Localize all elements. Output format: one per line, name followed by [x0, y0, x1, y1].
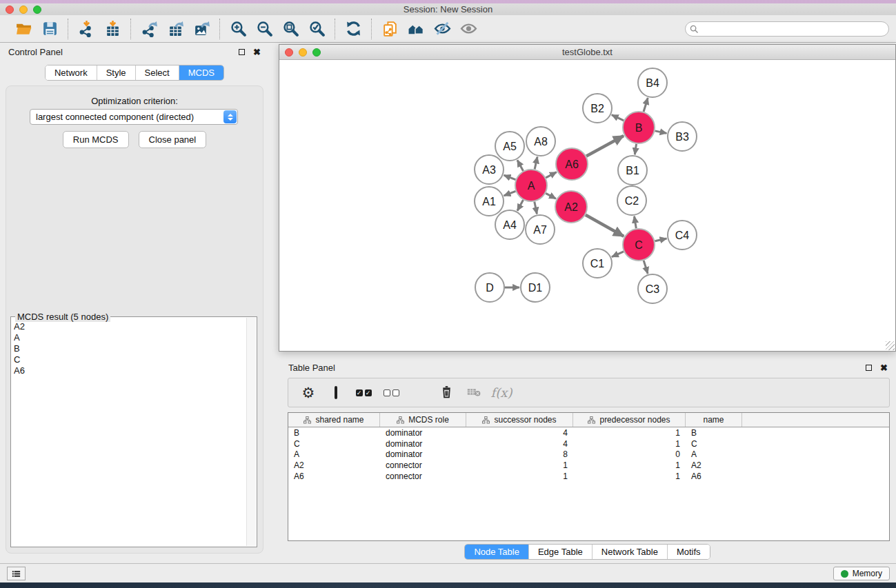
- add-column-button[interactable]: [407, 381, 430, 405]
- edge-A-A6[interactable]: [546, 172, 557, 178]
- edge-B-B3[interactable]: [655, 131, 667, 134]
- task-history-button[interactable]: [7, 567, 26, 580]
- mcds-result-item[interactable]: C: [14, 354, 246, 365]
- mcds-result-item[interactable]: B: [14, 343, 246, 354]
- table-row[interactable]: Adominator80A: [288, 449, 889, 460]
- delete-column-button[interactable]: [435, 381, 458, 405]
- node-A5[interactable]: A5: [495, 132, 524, 161]
- close-panel-icon[interactable]: ✖: [253, 48, 261, 57]
- edge-C-C4[interactable]: [655, 239, 666, 241]
- cell-predecessor-nodes[interactable]: 1: [573, 428, 686, 438]
- node-C4[interactable]: C4: [668, 221, 697, 250]
- cell-successor-nodes[interactable]: 8: [466, 449, 573, 459]
- refresh-layout-button[interactable]: [341, 18, 365, 40]
- node-D[interactable]: D: [475, 273, 504, 302]
- table-row[interactable]: Bdominator41B: [288, 427, 889, 438]
- node-A1[interactable]: A1: [475, 187, 504, 216]
- zoom-fit-button[interactable]: [279, 18, 302, 40]
- result-scrollbar[interactable]: [246, 318, 256, 546]
- node-C2[interactable]: C2: [617, 186, 646, 215]
- column-header-shared-name[interactable]: shared name: [288, 413, 380, 427]
- cell-name[interactable]: A6: [686, 472, 742, 481]
- search-input[interactable]: [701, 24, 888, 34]
- mcds-result-item[interactable]: A: [14, 332, 246, 343]
- node-A4[interactable]: A4: [495, 210, 524, 239]
- edge-B-B1[interactable]: [635, 144, 636, 154]
- cell-MCDS-role[interactable]: connector: [380, 460, 466, 470]
- node-B2[interactable]: B2: [583, 94, 612, 123]
- network-window-titlebar[interactable]: testGlobe.txt: [279, 45, 895, 60]
- home-view-button[interactable]: [404, 18, 428, 40]
- zoom-selected-button[interactable]: [305, 18, 328, 40]
- node-C[interactable]: C: [623, 229, 655, 261]
- mcds-result-item[interactable]: A6: [14, 365, 246, 376]
- edge-A-A4[interactable]: [517, 200, 524, 211]
- open-file-button[interactable]: [12, 18, 35, 40]
- edge-A-A5[interactable]: [517, 160, 524, 171]
- table-row[interactable]: A2connector11A2: [288, 460, 889, 471]
- cell-MCDS-role[interactable]: connector: [380, 472, 466, 481]
- mcds-result-list[interactable]: A2ABCA6: [14, 321, 246, 545]
- cell-predecessor-nodes[interactable]: 1: [573, 472, 686, 481]
- tab-select[interactable]: Select: [136, 65, 179, 80]
- cell-predecessor-nodes[interactable]: 1: [573, 460, 686, 470]
- node-C3[interactable]: C3: [638, 274, 667, 303]
- delete-table-button[interactable]: [462, 381, 486, 405]
- column-header-MCDS-role[interactable]: MCDS role: [380, 413, 466, 427]
- deselect-all-checkboxes-button[interactable]: [379, 381, 403, 405]
- show-eye-button[interactable]: [457, 18, 480, 40]
- edge-C-C2[interactable]: [635, 216, 637, 229]
- network-graph[interactable]: B4B2BB3A5A8A6A3AB1A1A2C2A4A7C4CC1DD1C3: [279, 60, 895, 351]
- cell-successor-nodes[interactable]: 4: [466, 428, 573, 438]
- import-table-button[interactable]: [101, 18, 124, 40]
- table-row[interactable]: A6connector11A6: [288, 471, 889, 482]
- cell-successor-nodes[interactable]: 1: [466, 460, 573, 470]
- tab-network[interactable]: Network: [46, 65, 97, 80]
- edge-B-B4[interactable]: [644, 98, 648, 112]
- cell-name[interactable]: C: [686, 439, 742, 449]
- tab-node-table[interactable]: Node Table: [465, 545, 529, 559]
- table-close-panel-icon[interactable]: ✖: [880, 363, 888, 372]
- select-all-checkboxes-button[interactable]: ✓✓: [352, 381, 375, 405]
- cell-MCDS-role[interactable]: dominator: [380, 439, 466, 449]
- edge-A-A2[interactable]: [546, 193, 556, 199]
- export-table-button[interactable]: [163, 18, 187, 40]
- cell-shared-name[interactable]: B: [288, 428, 380, 438]
- node-A6[interactable]: A6: [556, 148, 588, 180]
- duplicate-network-button[interactable]: [378, 18, 401, 40]
- node-A8[interactable]: A8: [526, 127, 555, 156]
- edge-A6-B[interactable]: [586, 136, 624, 156]
- column-header-successor-nodes[interactable]: successor nodes: [466, 413, 573, 427]
- float-panel-icon[interactable]: [239, 49, 245, 55]
- cell-MCDS-role[interactable]: dominator: [380, 449, 466, 459]
- cell-successor-nodes[interactable]: 1: [466, 472, 573, 481]
- tab-style[interactable]: Style: [97, 65, 136, 80]
- cell-shared-name[interactable]: C: [288, 439, 380, 449]
- export-image-button[interactable]: [190, 18, 213, 40]
- edge-A-A3[interactable]: [504, 175, 516, 179]
- node-A3[interactable]: A3: [475, 155, 504, 184]
- cell-MCDS-role[interactable]: dominator: [380, 428, 466, 438]
- cell-successor-nodes[interactable]: 4: [466, 439, 573, 449]
- mcds-result-item[interactable]: A2: [14, 321, 246, 332]
- node-B1[interactable]: B1: [618, 156, 647, 185]
- node-C1[interactable]: C1: [583, 249, 612, 278]
- node-D1[interactable]: D1: [521, 273, 550, 302]
- table-float-panel-icon[interactable]: [866, 365, 872, 371]
- save-session-button[interactable]: [38, 18, 61, 40]
- node-B[interactable]: B: [623, 112, 655, 143]
- split-panel-button[interactable]: [324, 381, 348, 405]
- column-header-name[interactable]: name: [686, 413, 742, 427]
- function-builder-button[interactable]: f(x): [490, 381, 513, 405]
- edge-A2-C[interactable]: [586, 215, 624, 236]
- export-network-button[interactable]: [137, 18, 161, 40]
- cell-name[interactable]: B: [686, 428, 742, 438]
- zoom-out-button[interactable]: [252, 18, 276, 40]
- settings-gear-button[interactable]: ⚙: [297, 381, 320, 405]
- cell-name[interactable]: A: [686, 449, 742, 459]
- cell-predecessor-nodes[interactable]: 0: [573, 449, 686, 459]
- node-B4[interactable]: B4: [638, 68, 667, 97]
- zoom-in-button[interactable]: [226, 18, 250, 40]
- criterion-dropdown[interactable]: largest connected component (directed): [30, 109, 238, 125]
- node-B3[interactable]: B3: [668, 122, 697, 151]
